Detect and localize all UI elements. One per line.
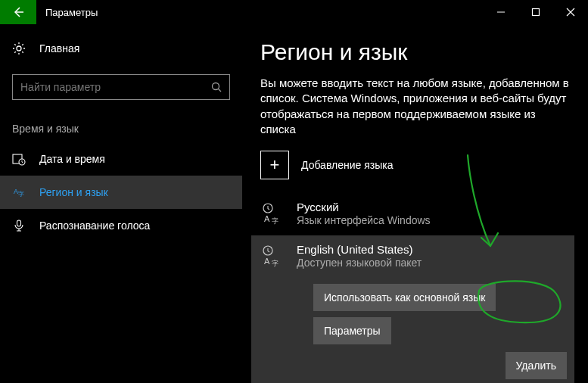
svg-text:字: 字 — [272, 260, 278, 267]
content: Регион и язык Вы можете вводить текст на… — [242, 24, 588, 383]
sidebar-item-label: Дата и время — [39, 153, 105, 165]
svg-point-1 — [17, 46, 21, 51]
minimize-button[interactable] — [484, 0, 518, 24]
page-title: Регион и язык — [260, 39, 570, 65]
plus-icon: + — [260, 151, 289, 179]
sidebar-item-label: Распознавание голоса — [39, 220, 150, 232]
page-description: Вы можете вводить текст на любом языке, … — [260, 76, 570, 137]
back-button[interactable] — [0, 0, 36, 24]
language-glyph-icon: A字 — [260, 201, 285, 225]
language-icon: A字 — [12, 185, 26, 199]
search-icon — [210, 81, 222, 93]
maximize-button[interactable] — [518, 0, 553, 24]
svg-text:A: A — [264, 214, 270, 223]
language-name: Русский — [297, 201, 431, 213]
sidebar-item-date-time[interactable]: Дата и время — [0, 142, 242, 176]
svg-text:A: A — [264, 257, 270, 266]
svg-text:字: 字 — [272, 217, 278, 225]
search-input[interactable] — [12, 74, 230, 100]
remove-button[interactable]: Удалить — [506, 352, 567, 379]
language-name: English (United States) — [297, 243, 567, 256]
add-language-label: Добавление языка — [301, 159, 394, 171]
sidebar: Главная Время и язык Дата и время A字 Рег… — [0, 24, 242, 383]
sidebar-item-speech[interactable]: Распознавание голоса — [0, 209, 242, 242]
sidebar-category: Время и язык — [0, 104, 242, 142]
gear-icon — [12, 42, 26, 55]
clock-calendar-icon — [12, 152, 26, 166]
language-subtitle: Доступен языковой пакет — [297, 257, 567, 269]
svg-text:字: 字 — [18, 191, 24, 198]
arrow-left-icon — [11, 5, 25, 19]
window-title: Параметры — [36, 7, 484, 18]
sidebar-home-label: Главная — [39, 42, 79, 54]
sidebar-home[interactable]: Главная — [0, 32, 242, 65]
add-language-button[interactable]: + Добавление языка — [260, 151, 570, 179]
language-item-english[interactable]: A字 English (United States) Доступен язык… — [251, 235, 574, 383]
options-button[interactable]: Параметры — [313, 317, 391, 344]
window-controls — [484, 0, 588, 24]
close-button[interactable] — [553, 0, 588, 24]
sidebar-item-region-language[interactable]: A字 Регион и язык — [0, 176, 242, 209]
svg-rect-0 — [533, 9, 540, 16]
svg-point-2 — [213, 83, 219, 90]
minimize-icon — [496, 8, 506, 17]
svg-rect-7 — [17, 220, 21, 226]
titlebar: Параметры — [0, 0, 588, 24]
language-subtitle: Язык интерфейса Windows — [297, 214, 431, 226]
microphone-icon — [12, 219, 26, 232]
language-glyph-icon: A字 — [260, 243, 285, 267]
language-item-russian[interactable]: A字 Русский Язык интерфейса Windows — [260, 195, 570, 235]
sidebar-item-label: Регион и язык — [39, 186, 108, 198]
maximize-icon — [531, 8, 540, 17]
close-icon — [566, 8, 575, 17]
set-default-button[interactable]: Использовать как основной язык — [313, 284, 496, 311]
